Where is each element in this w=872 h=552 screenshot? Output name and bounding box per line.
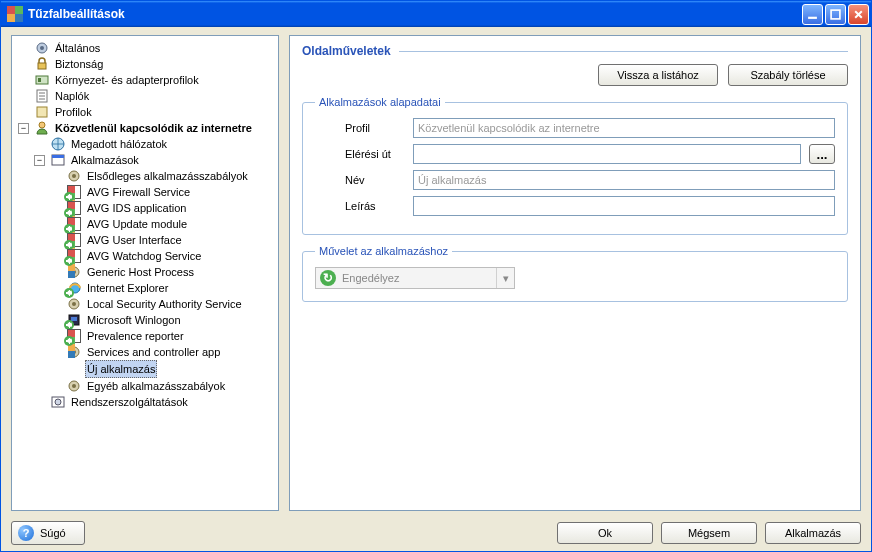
app-icon <box>7 6 23 22</box>
action-select[interactable]: ↻ Engedélyez ▾ <box>315 267 515 289</box>
svg-rect-4 <box>38 63 46 69</box>
dialog-button-bar: ? Súgó Ok Mégsem Alkalmazás <box>11 517 861 545</box>
globe-icon <box>50 136 66 152</box>
titlebar[interactable]: Tűzfalbeállítások <box>1 1 871 27</box>
tree-item-avg-watchdog[interactable]: AVG Watchdog Service <box>48 248 278 264</box>
page-operations-title: Oldalműveletek <box>302 44 391 58</box>
svg-rect-0 <box>808 16 817 18</box>
tree-item-avg-update[interactable]: AVG Update module <box>48 216 278 232</box>
svg-rect-1 <box>831 10 840 19</box>
avg-icon <box>66 200 82 216</box>
action-select-value: Engedélyez <box>340 272 496 284</box>
application-basedata-legend: Alkalmazások alapadatai <box>315 96 445 108</box>
name-label: Név <box>315 174 405 186</box>
help-icon: ? <box>18 525 34 541</box>
profile-icon <box>34 104 50 120</box>
blank-icon <box>66 361 82 377</box>
application-basedata-group: Alkalmazások alapadatai Profil Elérési ú… <box>302 96 848 235</box>
gear-icon <box>66 168 82 184</box>
user-icon <box>34 120 50 136</box>
application-action-group: Művelet az alkalmazáshoz ↻ Engedélyez ▾ <box>302 245 848 302</box>
tree-item-logs[interactable]: Naplók <box>16 88 278 104</box>
detail-panel: Oldalműveletek Vissza a listához Szabály… <box>289 35 861 511</box>
svg-point-22 <box>72 302 76 306</box>
tree-item-winlogon[interactable]: Microsoft Winlogon <box>48 312 278 328</box>
avg-icon <box>66 184 82 200</box>
help-button-label: Súgó <box>40 527 66 539</box>
profile-label: Profil <box>315 122 405 134</box>
gear-icon <box>34 40 50 56</box>
avg-icon <box>66 248 82 264</box>
back-to-list-button[interactable]: Vissza a listához <box>598 64 718 86</box>
chevron-down-icon: ▾ <box>496 268 514 288</box>
avg-icon <box>66 216 82 232</box>
gear-icon <box>66 296 82 312</box>
tree-item-profiles[interactable]: Profilok <box>16 104 278 120</box>
svg-rect-5 <box>36 76 48 84</box>
svg-rect-11 <box>37 107 47 117</box>
navigation-tree[interactable]: Általános Biztonság Környezet- és adapte… <box>11 35 279 511</box>
apply-button[interactable]: Alkalmazás <box>765 522 861 544</box>
tree-item-general[interactable]: Általános <box>16 40 278 56</box>
path-label: Elérési út <box>315 148 405 160</box>
gear-icon <box>66 378 82 394</box>
tree-item-other-rules[interactable]: Egyéb alkalmazásszabályok <box>48 378 278 394</box>
avg-icon <box>66 328 82 344</box>
content-area: Általános Biztonság Környezet- és adapte… <box>1 27 871 551</box>
services-icon <box>50 394 66 410</box>
close-button[interactable] <box>848 4 869 25</box>
delete-rule-button[interactable]: Szabály törlése <box>728 64 848 86</box>
tree-item-avg-ids[interactable]: AVG IDS application <box>48 200 278 216</box>
tree-item-direct-internet[interactable]: − Közvetlenül kapcsolódik az internetre <box>16 120 278 136</box>
tree-item-defined-networks[interactable]: Megadott hálózatok <box>32 136 278 152</box>
svg-point-28 <box>72 384 76 388</box>
avg-icon <box>66 232 82 248</box>
tree-item-profiles-adapter[interactable]: Környezet- és adapterprofilok <box>16 72 278 88</box>
name-field[interactable] <box>413 170 835 190</box>
window-icon <box>50 152 66 168</box>
profile-field <box>413 118 835 138</box>
tree-item-security[interactable]: Biztonság <box>16 56 278 72</box>
description-label: Leírás <box>315 200 405 212</box>
svg-point-3 <box>40 46 44 50</box>
ok-button[interactable]: Ok <box>557 522 653 544</box>
tree-item-primary-rules[interactable]: Elsődleges alkalmazásszabályok <box>48 168 278 184</box>
svg-point-17 <box>72 174 76 178</box>
svg-point-12 <box>39 122 45 128</box>
tree-item-services-ctrl[interactable]: Services and controller app <box>48 344 278 360</box>
svg-rect-15 <box>52 155 64 158</box>
svg-point-30 <box>55 399 61 405</box>
application-action-legend: Művelet az alkalmazáshoz <box>315 245 452 257</box>
log-icon <box>34 88 50 104</box>
tree-item-lsas[interactable]: Local Security Authority Service <box>48 296 278 312</box>
svg-rect-24 <box>71 317 77 321</box>
tree-item-ie[interactable]: Internet Explorer <box>48 280 278 296</box>
tree-item-new-application[interactable]: Új alkalmazás <box>48 360 278 378</box>
lock-icon <box>34 56 50 72</box>
tree-item-prevalence[interactable]: Prevalence reporter <box>48 328 278 344</box>
network-card-icon <box>34 72 50 88</box>
svg-rect-6 <box>38 78 41 82</box>
tree-item-applications[interactable]: − Alkalmazások <box>32 152 278 168</box>
firewall-settings-window: Tűzfalbeállítások Általános Biztonság Kö… <box>0 0 872 552</box>
tree-item-avg-ui[interactable]: AVG User Interface <box>48 232 278 248</box>
maximize-button[interactable] <box>825 4 846 25</box>
ie-icon <box>66 280 82 296</box>
allow-icon: ↻ <box>320 270 336 286</box>
minimize-button[interactable] <box>802 4 823 25</box>
browse-button[interactable]: ... <box>809 144 835 164</box>
window-title: Tűzfalbeállítások <box>28 7 802 21</box>
help-button[interactable]: ? Súgó <box>11 521 85 545</box>
tree-item-avg-firewall[interactable]: AVG Firewall Service <box>48 184 278 200</box>
collapse-icon[interactable]: − <box>34 155 45 166</box>
cancel-button[interactable]: Mégsem <box>661 522 757 544</box>
collapse-icon[interactable]: − <box>18 123 29 134</box>
winlogon-icon <box>66 312 82 328</box>
path-field[interactable] <box>413 144 801 164</box>
tree-item-system-services[interactable]: Rendszerszolgáltatások <box>32 394 278 410</box>
divider <box>399 51 848 52</box>
tree-item-generic-host[interactable]: Generic Host Process <box>48 264 278 280</box>
description-field[interactable] <box>413 196 835 216</box>
